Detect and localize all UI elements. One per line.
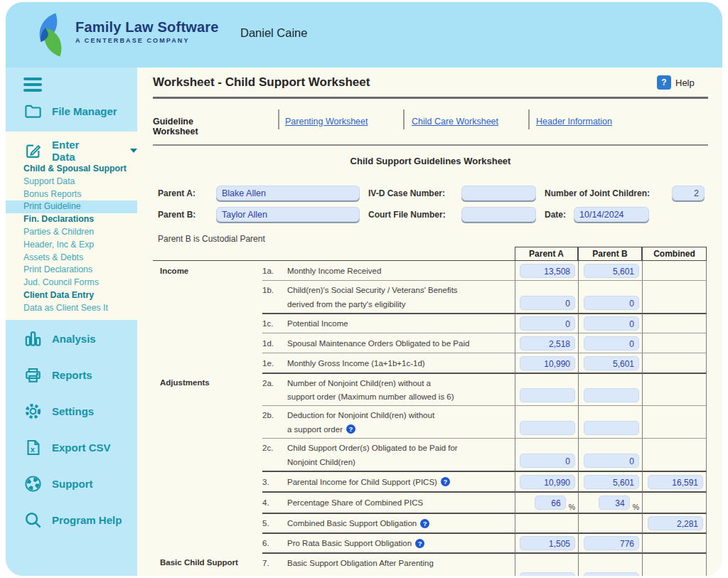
sidebar-subitem-header-inc-exp[interactable]: Header, Inc & Exp bbox=[6, 239, 137, 252]
enter-data-panel: Enter Data Child & Spousal Support Suppo… bbox=[6, 132, 137, 320]
column-header-combined: Combined bbox=[642, 247, 707, 260]
question-icon[interactable]: ? bbox=[415, 539, 424, 548]
question-icon[interactable]: ? bbox=[420, 519, 429, 528]
sidebar-subitem-client-data-entry[interactable]: Client Data Entry bbox=[6, 289, 137, 302]
value-input-parent-b[interactable]: 0 bbox=[584, 454, 639, 468]
sidebar-subitem-print-declarations[interactable]: Print Declarations bbox=[6, 264, 137, 277]
tab-header-information[interactable]: Header Information bbox=[536, 117, 612, 127]
sidebar-subitem-jud-council-forms[interactable]: Jud. Council Forms bbox=[6, 277, 137, 289]
value-input-parent-b[interactable]: 34 bbox=[599, 496, 630, 510]
search-icon bbox=[23, 510, 43, 530]
question-icon[interactable]: ? bbox=[346, 424, 355, 434]
sidebar-item-support[interactable]: Support bbox=[23, 474, 122, 493]
value-input-parent-b[interactable]: 5,601 bbox=[584, 264, 639, 278]
section-label bbox=[153, 471, 262, 491]
value-input-parent-a[interactable]: 1,265 bbox=[520, 572, 575, 576]
value-cell-combined bbox=[642, 552, 707, 576]
value-input-parent-b[interactable]: 0 bbox=[584, 336, 639, 350]
value-input-parent-a[interactable]: 10,990 bbox=[520, 356, 575, 370]
sidebar-item-file-manager[interactable]: File Manager bbox=[23, 102, 117, 121]
table-row: Income 1a. Monthly Income Received 13,50… bbox=[153, 261, 707, 280]
item-number: 4. bbox=[262, 491, 287, 513]
help-button[interactable]: Help bbox=[675, 77, 695, 88]
value-input-parent-b[interactable]: 5,601 bbox=[584, 356, 639, 370]
sidebar-subitem-assets-debts[interactable]: Assets & Debts bbox=[6, 252, 137, 264]
sidebar-item-label: Enter Data bbox=[52, 139, 105, 163]
folder-icon bbox=[23, 102, 43, 121]
sidebar-item-export-csv[interactable]: x Export CSV bbox=[23, 438, 122, 457]
value-input-combined[interactable]: 16,591 bbox=[648, 475, 703, 489]
table-row: 3. Parental Income for Child Support (PI… bbox=[153, 471, 707, 491]
value-input-parent-b[interactable]: 776 bbox=[584, 536, 639, 550]
chevron-down-icon[interactable] bbox=[130, 149, 137, 153]
value-cell-combined bbox=[642, 405, 707, 438]
sidebar-item-label: File Manager bbox=[52, 105, 117, 117]
value-input-parent-a[interactable]: 2,518 bbox=[520, 336, 575, 350]
item-description: Deduction for Nonjoint Child(ren) withou… bbox=[287, 405, 515, 438]
table-row: 1e. Monthly Gross Income (1a+1b+1c-1d) 1… bbox=[153, 353, 707, 373]
value-cell-combined bbox=[642, 438, 707, 471]
value-input-parent-a[interactable]: 0 bbox=[520, 454, 575, 468]
court-file-number-label: Court File Number: bbox=[368, 210, 446, 220]
sidebar-subitem-bonus-reports[interactable]: Bonus Reports bbox=[6, 188, 137, 201]
section-label: Adjustments bbox=[153, 373, 262, 405]
value-input-parent-a[interactable]: 10,990 bbox=[520, 475, 575, 489]
brand-block: Family Law Software A CENTERBASE COMPANY bbox=[75, 19, 219, 44]
value-input-parent-b[interactable] bbox=[584, 388, 639, 402]
ivd-case-number-input[interactable] bbox=[461, 186, 536, 200]
value-input-parent-a[interactable]: 0 bbox=[520, 296, 575, 310]
sidebar-subitem-data-as-client-sees-it[interactable]: Data as Client Sees It bbox=[6, 302, 137, 315]
question-icon[interactable]: ? bbox=[441, 477, 450, 486]
parent-a-input[interactable]: Blake Allen bbox=[216, 186, 360, 200]
menu-toggle-icon[interactable] bbox=[23, 77, 42, 95]
sidebar-subitem-fin-declarations[interactable]: Fin. Declarations bbox=[6, 213, 137, 226]
value-input-parent-b[interactable] bbox=[584, 421, 639, 435]
sidebar-subitem-support-data[interactable]: Support Data bbox=[6, 176, 137, 188]
table-row: Adjustments 2a. Number of Nonjoint Child… bbox=[153, 373, 707, 405]
item-description: Potential Income bbox=[287, 313, 515, 333]
value-input-parent-b[interactable]: 5,601 bbox=[584, 475, 639, 489]
sidebar-item-program-help[interactable]: Program Help bbox=[23, 510, 122, 530]
value-input-parent-b[interactable]: 0 bbox=[584, 296, 639, 310]
tab-parenting-worksheet[interactable]: Parenting Worksheet bbox=[285, 117, 368, 127]
sidebar-item-settings[interactable]: Settings bbox=[23, 402, 122, 421]
parent-b-input[interactable]: Taylor Allen bbox=[216, 207, 360, 222]
sidebar-item-analysis[interactable]: Analysis bbox=[23, 329, 122, 348]
parent-a-label: Parent A: bbox=[158, 188, 196, 198]
sidebar-subitem-child-spousal-support[interactable]: Child & Spousal Support bbox=[6, 163, 137, 176]
table-row: 4. Percentage Share of Combined PICS 66%… bbox=[153, 491, 707, 513]
item-description: Combined Basic Support Obligation? bbox=[287, 513, 515, 532]
value-input-parent-a[interactable]: 13,508 bbox=[520, 264, 575, 278]
value-input-parent-a[interactable] bbox=[520, 421, 575, 435]
value-input-parent-b[interactable]: 0 bbox=[584, 316, 639, 331]
value-input-parent-a[interactable]: 1,505 bbox=[520, 536, 575, 550]
sidebar-item-reports[interactable]: Reports bbox=[23, 365, 122, 385]
item-number: 1c. bbox=[262, 313, 287, 333]
value-input-parent-a[interactable]: 66 bbox=[535, 496, 566, 510]
sidebar-subitem-parties-children[interactable]: Parties & Children bbox=[6, 226, 137, 239]
section-label: Basic Child Support bbox=[153, 552, 262, 576]
value-input-parent-a[interactable] bbox=[520, 388, 575, 402]
item-description: Number of Nonjoint Child(ren) without a … bbox=[287, 373, 515, 405]
table-row: 1c. Potential Income 0 0 bbox=[153, 313, 707, 333]
sidebar-subitem-print-guideline[interactable]: Print Guideline bbox=[6, 200, 137, 213]
value-input-combined[interactable]: 2,281 bbox=[648, 516, 703, 530]
item-description: Parental Income for Child Support (PICS)… bbox=[287, 471, 515, 491]
joint-children-input[interactable]: 2 bbox=[672, 186, 705, 200]
help-icon[interactable]: ? bbox=[657, 75, 671, 90]
tab-child-care-worksheet[interactable]: Child Care Worksheet bbox=[412, 117, 498, 127]
court-file-number-input[interactable] bbox=[461, 207, 536, 222]
sidebar-item-label: Settings bbox=[52, 405, 94, 417]
sidebar-item-enter-data[interactable]: Enter Data bbox=[23, 139, 137, 163]
value-cell-combined bbox=[642, 280, 707, 313]
life-ring-icon bbox=[23, 474, 43, 493]
sidebar-item-label: Export CSV bbox=[52, 441, 111, 454]
value-input-parent-a[interactable]: 0 bbox=[520, 316, 575, 331]
section-label bbox=[153, 491, 262, 513]
value-cell-combined bbox=[642, 373, 707, 405]
tab-guideline-worksheet[interactable]: Guideline Worksheet bbox=[153, 117, 198, 137]
printer-icon bbox=[23, 365, 43, 385]
value-input-parent-b[interactable]: 0 bbox=[584, 572, 639, 576]
item-description: Percentage Share of Combined PICS bbox=[287, 491, 515, 513]
date-input[interactable]: 10/14/2024 bbox=[574, 207, 649, 222]
